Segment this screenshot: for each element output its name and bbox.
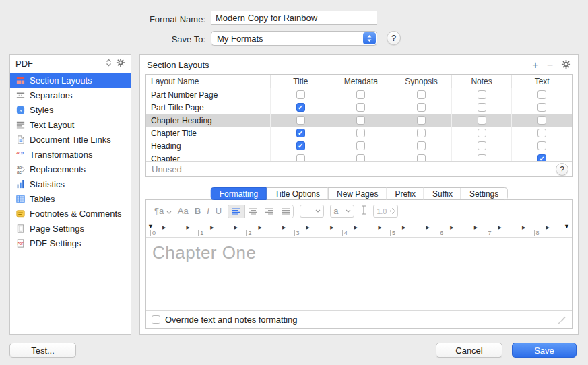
table-row[interactable]: Heading✓: [146, 139, 572, 152]
right-margin-marker-icon[interactable]: ▼: [564, 223, 570, 230]
title-checkbox[interactable]: [296, 116, 305, 125]
sidebar-item-text-layout[interactable]: Text Layout: [10, 117, 131, 132]
sidebar-item-tables[interactable]: Tables: [10, 191, 131, 206]
title-checkbox[interactable]: ✓: [296, 129, 305, 137]
svg-text:PDF: PDF: [17, 242, 23, 246]
text-color-dropdown[interactable]: a: [330, 205, 354, 218]
sidebar-item-separators[interactable]: Separators: [10, 88, 131, 102]
title-checkbox[interactable]: ✓: [296, 103, 305, 112]
tab-new-pages[interactable]: New Pages: [328, 187, 387, 200]
text-checkbox[interactable]: ✓: [537, 154, 546, 161]
document-title-links-icon: [15, 134, 26, 145]
synopsis-checkbox[interactable]: [417, 103, 426, 112]
tab-suffix[interactable]: Suffix: [424, 187, 461, 200]
bold-button[interactable]: B: [195, 206, 201, 216]
align-left-button[interactable]: [228, 205, 244, 218]
paragraph-style-dropdown[interactable]: ¶a: [154, 206, 172, 216]
remove-layout-button[interactable]: −: [547, 60, 553, 71]
sidebar-item-page-settings[interactable]: Page Settings: [10, 221, 131, 236]
test-button[interactable]: Test...: [9, 343, 76, 358]
notes-checkbox[interactable]: [478, 129, 486, 137]
add-layout-button[interactable]: +: [532, 60, 538, 71]
layout-options-gear-icon[interactable]: [561, 59, 571, 71]
sidebar-item-label: PDF Settings: [30, 238, 81, 248]
metadata-checkbox[interactable]: [356, 103, 365, 112]
align-center-button[interactable]: [244, 205, 261, 218]
sidebar-item-transformations[interactable]: “”Transformations: [10, 147, 131, 162]
title-checkbox[interactable]: ✓: [296, 141, 305, 150]
text-checkbox[interactable]: [537, 103, 546, 112]
cell-text: [512, 139, 572, 152]
synopsis-checkbox[interactable]: [417, 129, 426, 137]
sidebar-item-statistics[interactable]: Statistics: [10, 176, 131, 191]
notes-checkbox[interactable]: [478, 90, 486, 99]
sidebar-item-pdf-settings[interactable]: PDFPDF Settings: [10, 236, 131, 251]
cancel-button[interactable]: Cancel: [436, 343, 502, 358]
save-button[interactable]: Save: [512, 343, 577, 358]
list-style-dropdown[interactable]: [300, 205, 324, 218]
layout-name: Chapter: [146, 152, 271, 161]
table-row[interactable]: Part Number Page: [146, 88, 572, 101]
ruler-number: 8: [534, 230, 540, 236]
text-checkbox[interactable]: [537, 116, 546, 125]
underline-button[interactable]: U: [216, 206, 222, 216]
sidebar-item-footnotes-comments[interactable]: Footnotes & Comments: [10, 206, 131, 221]
format-brush-icon[interactable]: [557, 315, 566, 327]
tab-prefix[interactable]: Prefix: [386, 187, 424, 200]
synopsis-checkbox[interactable]: [417, 90, 426, 99]
table-help-button[interactable]: ?: [556, 163, 568, 176]
left-margin-marker-icon[interactable]: ▼: [148, 223, 154, 230]
sort-chevrons-icon[interactable]: [106, 59, 112, 69]
notes-checkbox[interactable]: [478, 154, 486, 161]
tab-stop-icon: ▶: [402, 225, 405, 230]
svg-text:ab: ab: [16, 165, 22, 170]
stepper-chevrons-icon[interactable]: [390, 208, 395, 214]
title-checkbox[interactable]: [296, 90, 305, 99]
ruler[interactable]: 012345678▶▶▶▶▶▶▶▶▶▶▶▶▶▶▶▶▶▼▼: [146, 222, 572, 238]
notes-checkbox[interactable]: [478, 103, 486, 112]
sidebar-gear-icon[interactable]: [116, 58, 125, 69]
text-checkbox[interactable]: [537, 141, 546, 150]
metadata-checkbox[interactable]: [356, 90, 365, 99]
layout-name: Part Title Page: [146, 101, 271, 114]
table-row[interactable]: Chapter✓: [146, 152, 572, 161]
metadata-checkbox[interactable]: [356, 116, 365, 125]
align-right-button[interactable]: [261, 205, 277, 218]
override-checkbox[interactable]: [152, 315, 160, 324]
metadata-checkbox[interactable]: [356, 141, 365, 150]
sidebar-item-replacements[interactable]: abacReplacements: [10, 162, 131, 176]
text-checkbox[interactable]: [537, 90, 546, 99]
tab-formatting[interactable]: Formatting: [211, 187, 267, 200]
format-target-selector[interactable]: PDF: [10, 55, 131, 73]
cell-notes: [452, 139, 513, 152]
sidebar-item-section-layouts[interactable]: Section Layouts: [10, 73, 131, 88]
font-button[interactable]: Aa: [178, 206, 189, 216]
tab-stop-icon: ▶: [426, 225, 430, 230]
metadata-checkbox[interactable]: [356, 129, 365, 137]
save-to-popup[interactable]: My Formats: [211, 31, 377, 46]
text-checkbox[interactable]: [537, 129, 546, 137]
synopsis-checkbox[interactable]: [417, 116, 426, 125]
table-row[interactable]: Chapter Heading: [146, 114, 572, 127]
title-checkbox[interactable]: [296, 154, 305, 161]
notes-checkbox[interactable]: [478, 141, 486, 150]
align-justify-button[interactable]: [277, 205, 293, 218]
sidebar-item-document-title-links[interactable]: Document Title Links: [10, 132, 131, 147]
table-row[interactable]: Chapter Title✓: [146, 127, 572, 139]
table-row[interactable]: Part Title Page✓: [146, 101, 572, 114]
tab-title-options[interactable]: Title Options: [266, 187, 329, 200]
help-button[interactable]: ?: [387, 31, 401, 45]
line-spacing-stepper[interactable]: 1.0: [373, 205, 398, 218]
metadata-checkbox[interactable]: [356, 154, 365, 161]
cell-text: [512, 101, 572, 114]
cell-notes: [452, 88, 513, 101]
notes-checkbox[interactable]: [478, 116, 486, 125]
cell-text: ✓: [512, 152, 572, 161]
layout-name: Chapter Heading: [146, 114, 271, 127]
synopsis-checkbox[interactable]: [417, 141, 426, 150]
tab-settings[interactable]: Settings: [461, 187, 507, 200]
italic-button[interactable]: I: [207, 206, 209, 216]
format-name-input[interactable]: [211, 11, 377, 25]
sidebar-item-styles[interactable]: aStyles: [10, 102, 131, 117]
synopsis-checkbox[interactable]: [417, 154, 426, 161]
